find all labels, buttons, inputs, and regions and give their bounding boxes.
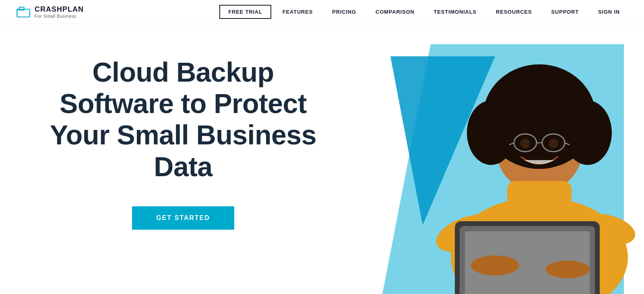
hero-image: [342, 24, 644, 294]
nav-resources[interactable]: RESOURCES: [488, 6, 540, 18]
main-nav: FREE TRIAL FEATURES PRICING COMPARISON T…: [219, 5, 628, 19]
hero-background-svg: [342, 24, 644, 294]
nav-sign-in[interactable]: SIGN IN: [590, 6, 628, 18]
brand-name: CRASHPLAN: [35, 5, 84, 14]
nav-testimonials[interactable]: TESTIMONIALS: [426, 6, 485, 18]
nav-support[interactable]: SUPPORT: [543, 6, 587, 18]
svg-rect-0: [17, 9, 30, 17]
hero-section: Cloud Backup Software to Protect Your Sm…: [0, 24, 644, 294]
get-started-button[interactable]: GET STARTED: [132, 206, 234, 230]
logo-text: CRASHPLAN For Small Business: [35, 5, 84, 19]
logo-icon: [16, 6, 31, 18]
svg-point-8: [467, 101, 515, 165]
svg-point-16: [549, 139, 558, 148]
logo[interactable]: CRASHPLAN For Small Business: [16, 5, 84, 19]
hero-cta: GET STARTED: [32, 206, 334, 230]
hero-content: Cloud Backup Software to Protect Your Sm…: [32, 56, 334, 230]
nav-pricing[interactable]: PRICING: [324, 6, 364, 18]
svg-point-9: [564, 101, 612, 165]
nav-features[interactable]: FEATURES: [275, 6, 321, 18]
hero-title: Cloud Backup Software to Protect Your Sm…: [32, 56, 334, 182]
svg-rect-17: [507, 181, 572, 205]
svg-point-24: [545, 261, 590, 278]
brand-tagline: For Small Business: [35, 14, 84, 19]
nav-comparison[interactable]: COMPARISON: [367, 6, 423, 18]
svg-rect-1: [19, 7, 24, 10]
header: CRASHPLAN For Small Business FREE TRIAL …: [0, 0, 644, 24]
svg-point-15: [520, 139, 530, 148]
nav-free-trial[interactable]: FREE TRIAL: [219, 5, 271, 19]
svg-point-23: [471, 255, 519, 275]
